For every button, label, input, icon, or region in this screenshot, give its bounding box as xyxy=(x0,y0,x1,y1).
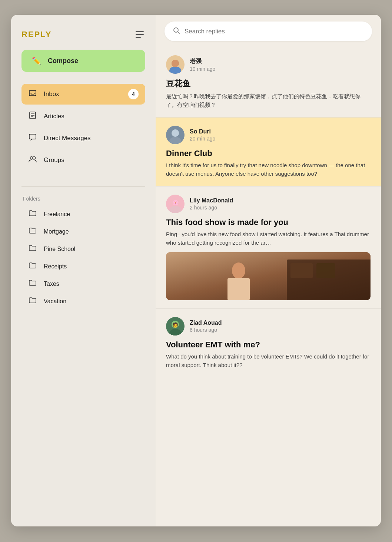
msg-sender: Ziad Aouad xyxy=(190,320,222,326)
msg-meta: 老强 10 min ago xyxy=(190,57,215,72)
avatar xyxy=(166,55,185,74)
svg-text:🌸: 🌸 xyxy=(172,199,179,206)
msg-meta: Ziad Aouad 6 hours ago xyxy=(190,320,222,333)
groups-label: Groups xyxy=(44,156,64,164)
msg-sender: Lily MacDonald xyxy=(190,197,233,204)
folder-mortgage[interactable]: Mortgage xyxy=(21,223,145,240)
inbox-icon xyxy=(28,89,37,99)
folder-receipts-label: Receipts xyxy=(44,263,67,270)
folder-icon xyxy=(28,297,37,305)
svg-rect-21 xyxy=(227,278,250,300)
msg-subject: Volunteer EMT with me? xyxy=(166,340,371,350)
avatar: 🌸 xyxy=(166,195,185,213)
folder-icon xyxy=(28,280,37,288)
search-bar xyxy=(165,22,372,41)
msg-sender: 老强 xyxy=(190,57,215,65)
folder-vacation[interactable]: Vacation xyxy=(21,293,145,310)
svg-point-12 xyxy=(172,60,179,67)
pencil-icon: ✏️ xyxy=(32,56,41,65)
articles-icon xyxy=(28,111,37,121)
msg-time: 20 min ago xyxy=(190,136,215,142)
svg-point-14 xyxy=(169,137,181,144)
msg-subject: 豆花鱼 xyxy=(166,78,371,89)
svg-rect-24 xyxy=(316,263,335,278)
folder-icon xyxy=(28,210,37,218)
msg-time: 2 hours ago xyxy=(190,205,233,211)
message-card[interactable]: 老强 10 min ago 豆花鱼 最近忙吗？昨晚我去了你最爱的那家饭馆，点了他… xyxy=(156,47,381,118)
search-icon xyxy=(173,27,180,36)
msg-subject: Dinner Club xyxy=(166,149,371,158)
svg-rect-5 xyxy=(29,134,36,139)
msg-body: 最近忙吗？昨晚我去了你最爱的那家饭馆，点了他们的特色豆花鱼，吃着就想你了。有空咱… xyxy=(166,92,371,109)
message-card[interactable]: 🧑 Ziad Aouad 6 hours ago Volunteer EMT w… xyxy=(156,309,381,377)
folder-receipts[interactable]: Receipts xyxy=(21,258,145,275)
msg-body: What do you think about training to be v… xyxy=(166,353,371,369)
menu-toggle-button[interactable] xyxy=(134,30,145,39)
svg-point-20 xyxy=(232,262,245,279)
msg-subject: This food show is made for you xyxy=(166,218,371,227)
msg-time: 6 hours ago xyxy=(190,327,222,333)
folders-label: Folders xyxy=(21,196,145,202)
msg-header: 🧑 Ziad Aouad 6 hours ago xyxy=(166,317,371,336)
direct-messages-icon xyxy=(28,133,37,143)
articles-label: Articles xyxy=(44,113,64,120)
msg-meta: Lily MacDonald 2 hours ago xyxy=(190,197,233,211)
msg-image xyxy=(166,252,371,300)
app-container: REPLY ✏️ Compose Inbox 4 xyxy=(11,15,381,526)
svg-point-6 xyxy=(30,157,33,159)
svg-line-9 xyxy=(178,32,180,34)
direct-messages-label: Direct Messages xyxy=(44,135,91,142)
msg-time: 10 min ago xyxy=(190,66,215,72)
sidebar-item-direct-messages[interactable]: Direct Messages xyxy=(21,128,145,148)
divider xyxy=(21,186,145,187)
sidebar-item-groups[interactable]: Groups xyxy=(21,150,145,170)
folder-icon xyxy=(28,227,37,236)
folder-pine-school[interactable]: Pine School xyxy=(21,240,145,258)
compose-button[interactable]: ✏️ Compose xyxy=(21,50,145,72)
compose-label: Compose xyxy=(48,57,78,65)
folder-pine-school-label: Pine School xyxy=(44,246,75,252)
msg-header: 老强 10 min ago xyxy=(166,55,371,74)
svg-point-15 xyxy=(172,129,179,137)
msg-image-inner xyxy=(166,252,371,300)
svg-text:🧑: 🧑 xyxy=(172,322,179,328)
folder-mortgage-label: Mortgage xyxy=(44,228,69,235)
search-bar-wrapper xyxy=(156,15,381,41)
msg-body: Ping– you'd love this new food show I st… xyxy=(166,230,371,247)
inbox-label: Inbox xyxy=(44,90,59,98)
messages-list: 老强 10 min ago 豆花鱼 最近忙吗？昨晚我去了你最爱的那家饭馆，点了他… xyxy=(156,41,381,377)
inbox-badge: 4 xyxy=(128,89,139,99)
sidebar-item-inbox[interactable]: Inbox 4 xyxy=(21,84,145,105)
sidebar-header: REPLY xyxy=(21,30,145,39)
nav-items: Inbox 4 Articles Direct Messages Groups xyxy=(21,84,145,170)
svg-point-7 xyxy=(33,157,36,159)
main-content: 老强 10 min ago 豆花鱼 最近忙吗？昨晚我去了你最爱的那家饭馆，点了他… xyxy=(156,15,381,526)
avatar: 🧑 xyxy=(166,317,185,336)
avatar xyxy=(166,126,185,144)
svg-point-11 xyxy=(169,66,181,74)
app-logo: REPLY xyxy=(21,30,52,39)
svg-rect-23 xyxy=(290,263,313,278)
msg-header: So Duri 20 min ago xyxy=(166,126,371,144)
folder-icon xyxy=(28,262,37,271)
folder-taxes-label: Taxes xyxy=(44,281,59,287)
msg-sender: So Duri xyxy=(190,128,215,135)
sidebar: REPLY ✏️ Compose Inbox 4 xyxy=(11,15,156,526)
folder-freelance[interactable]: Freelance xyxy=(21,205,145,223)
msg-header: 🌸 Lily MacDonald 2 hours ago xyxy=(166,195,371,213)
folder-freelance-label: Freelance xyxy=(44,211,70,218)
message-card[interactable]: So Duri 20 min ago Dinner Club I think i… xyxy=(156,118,381,186)
sidebar-item-articles[interactable]: Articles xyxy=(21,106,145,126)
folder-icon xyxy=(28,245,37,253)
folder-vacation-label: Vacation xyxy=(44,298,66,305)
folder-taxes[interactable]: Taxes xyxy=(21,275,145,293)
msg-meta: So Duri 20 min ago xyxy=(190,128,215,142)
folders-section: Folders Freelance Mortgage Pine School xyxy=(21,196,145,310)
msg-body: I think it's time for us to finally try … xyxy=(166,161,371,178)
groups-icon xyxy=(28,155,37,165)
svg-point-17 xyxy=(169,206,181,213)
search-input[interactable] xyxy=(185,28,364,35)
message-card[interactable]: 🌸 Lily MacDonald 2 hours ago This food s… xyxy=(156,186,381,309)
